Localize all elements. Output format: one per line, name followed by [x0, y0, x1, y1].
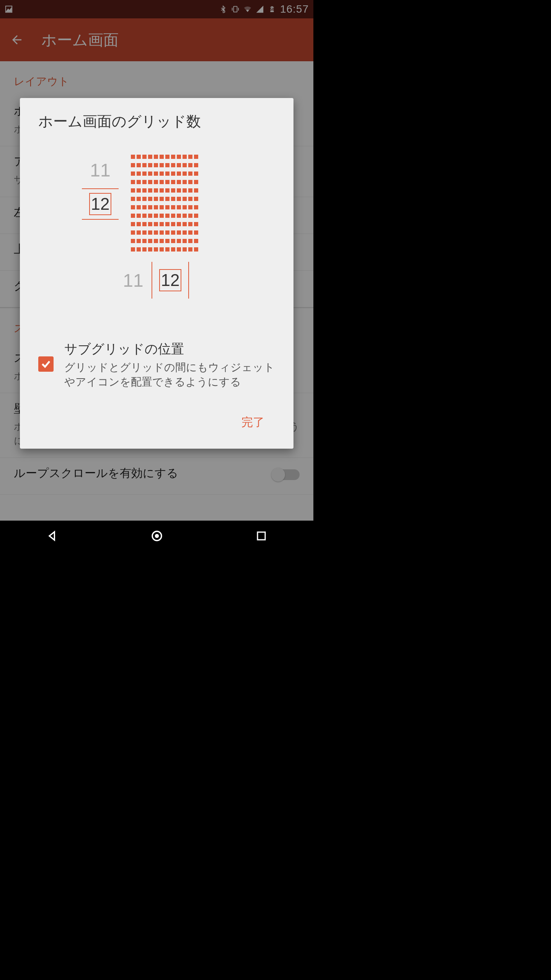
- cols-picker[interactable]: 11 12: [115, 262, 189, 299]
- grid-preview: [131, 155, 199, 255]
- navigation-bar: [0, 521, 313, 551]
- picker-divider: [152, 262, 152, 299]
- grid-size-dialog: ホーム画面のグリッド数 11 12 11 12 サブグリッドの位置 グリッドとグ…: [20, 98, 293, 449]
- svg-point-10: [155, 534, 159, 538]
- cols-prev-value[interactable]: 11: [115, 262, 152, 299]
- svg-marker-8: [49, 532, 54, 540]
- picker-divider: [82, 188, 119, 189]
- picker-divider: [82, 219, 119, 220]
- nav-back-icon[interactable]: [43, 527, 62, 545]
- done-button[interactable]: 完了: [231, 408, 275, 437]
- rows-prev-value[interactable]: 11: [90, 152, 110, 188]
- svg-rect-11: [258, 532, 265, 540]
- checkbox-subtitle: グリッドとグリッドの間にもウィジェットやアイコンを配置できるようにする: [64, 360, 275, 389]
- subgrid-checkbox[interactable]: [38, 356, 54, 372]
- nav-home-icon[interactable]: [148, 527, 166, 545]
- rows-selected-value[interactable]: 12: [89, 193, 111, 215]
- picker-divider: [188, 262, 189, 299]
- rows-picker[interactable]: 11 12: [77, 152, 123, 220]
- cols-selected-value[interactable]: 12: [159, 269, 181, 291]
- nav-recent-icon[interactable]: [252, 527, 271, 545]
- checkbox-title: サブグリッドの位置: [64, 340, 275, 358]
- dialog-title: ホーム画面のグリッド数: [38, 112, 275, 131]
